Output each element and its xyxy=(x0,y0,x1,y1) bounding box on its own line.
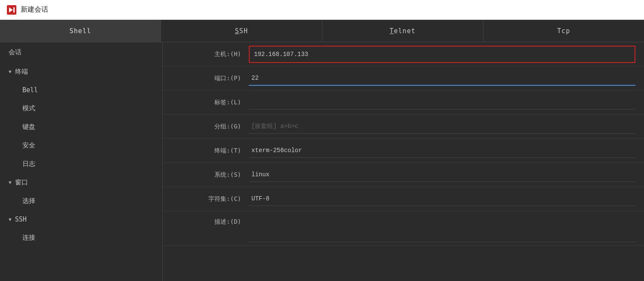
sidebar-group-window[interactable]: ▼ 窗口 xyxy=(0,173,162,192)
description-input[interactable] xyxy=(249,216,635,240)
tab-tcp[interactable]: Tcp xyxy=(483,20,644,42)
terminal-input[interactable] xyxy=(249,144,635,157)
sidebar-group-ssh-label: SSH xyxy=(15,215,27,223)
tab-telnet-label: Telnet xyxy=(390,27,415,35)
host-input[interactable] xyxy=(251,47,633,61)
form-row-system: 系统:(S) xyxy=(163,163,644,187)
form-row-host: 主机:(H) xyxy=(163,42,644,66)
tab-tcp-label: Tcp xyxy=(557,27,570,35)
form-row-port: 端口:(P) xyxy=(163,66,644,91)
svg-rect-2 xyxy=(13,7,15,12)
charset-input[interactable] xyxy=(249,192,635,206)
system-input-wrapper xyxy=(249,168,635,182)
sidebar-group-terminal[interactable]: ▼ 终端 xyxy=(0,62,162,81)
form-row-label: 标签:(L) xyxy=(163,91,644,115)
sidebar: 会话 ▼ 终端 Bell 模式 键盘 安全 日志 ▼ 窗口 选择 ▼ xyxy=(0,42,163,281)
port-input-wrapper xyxy=(249,71,635,86)
terminal-label: 终端:(T) xyxy=(163,147,249,155)
form-area: 主机:(H) 端口:(P) 标签:(L) xyxy=(163,42,644,281)
system-input[interactable] xyxy=(249,168,635,181)
sidebar-item-bell[interactable]: Bell xyxy=(0,81,162,99)
sidebar-item-keyboard[interactable]: 键盘 xyxy=(0,118,162,136)
tab-telnet[interactable]: Telnet xyxy=(322,20,483,42)
label-input[interactable] xyxy=(249,95,635,109)
sidebar-item-mode-label: 模式 xyxy=(22,104,35,112)
sidebar-item-connect-label: 连接 xyxy=(22,234,35,241)
form-row-charset: 字符集:(C) xyxy=(163,187,644,211)
tab-bar: Shell SSH Telnet Tcp xyxy=(0,20,644,42)
tab-ssh[interactable]: SSH xyxy=(161,20,322,42)
sidebar-item-mode[interactable]: 模式 xyxy=(0,99,162,118)
port-input[interactable] xyxy=(249,71,635,85)
sidebar-item-security[interactable]: 安全 xyxy=(0,136,162,155)
sidebar-item-security-label: 安全 xyxy=(22,141,35,149)
tab-shell-label: Shell xyxy=(70,27,91,35)
sidebar-group-ssh[interactable]: ▼ SSH xyxy=(0,210,162,228)
sidebar-item-session-label: 会话 xyxy=(9,48,22,56)
chevron-down-icon-window: ▼ xyxy=(9,180,12,185)
sidebar-group-window-label: 窗口 xyxy=(15,178,28,187)
port-label: 端口:(P) xyxy=(163,75,249,82)
charset-label: 字符集:(C) xyxy=(163,195,249,203)
group-input-wrapper xyxy=(249,119,635,134)
sidebar-item-log-label: 日志 xyxy=(22,160,35,168)
label-label: 标签:(L) xyxy=(163,99,249,106)
terminal-input-wrapper xyxy=(249,144,635,158)
chevron-down-icon-ssh: ▼ xyxy=(9,217,12,222)
sidebar-item-log[interactable]: 日志 xyxy=(0,155,162,173)
charset-input-wrapper xyxy=(249,192,635,206)
app-logo-icon xyxy=(7,5,16,15)
sidebar-group-terminal-label: 终端 xyxy=(15,68,28,76)
host-label: 主机:(H) xyxy=(163,50,249,58)
form-row-description: 描述:(D) xyxy=(163,211,644,246)
system-label: 系统:(S) xyxy=(163,171,249,179)
sidebar-item-select[interactable]: 选择 xyxy=(0,192,162,210)
description-input-wrapper xyxy=(249,216,635,242)
chevron-down-icon: ▼ xyxy=(9,69,12,75)
sidebar-item-connect[interactable]: 连接 xyxy=(0,228,162,247)
dialog-title: 新建会话 xyxy=(21,5,48,14)
sidebar-item-keyboard-label: 键盘 xyxy=(22,123,35,131)
group-input[interactable] xyxy=(249,119,635,133)
title-bar: 新建会话 xyxy=(0,0,644,20)
form-row-terminal: 终端:(T) xyxy=(163,139,644,163)
host-input-wrapper xyxy=(249,46,635,63)
tab-shell[interactable]: Shell xyxy=(0,20,161,42)
form-row-group: 分组:(G) xyxy=(163,115,644,139)
label-input-wrapper xyxy=(249,95,635,109)
group-label: 分组:(G) xyxy=(163,123,249,131)
sidebar-item-select-label: 选择 xyxy=(22,197,35,205)
description-label: 描述:(D) xyxy=(163,216,249,226)
tab-ssh-label: SSH xyxy=(235,27,248,35)
sidebar-item-session[interactable]: 会话 xyxy=(0,42,162,62)
main-content: 会话 ▼ 终端 Bell 模式 键盘 安全 日志 ▼ 窗口 选择 ▼ xyxy=(0,42,644,281)
sidebar-item-bell-label: Bell xyxy=(22,86,38,94)
